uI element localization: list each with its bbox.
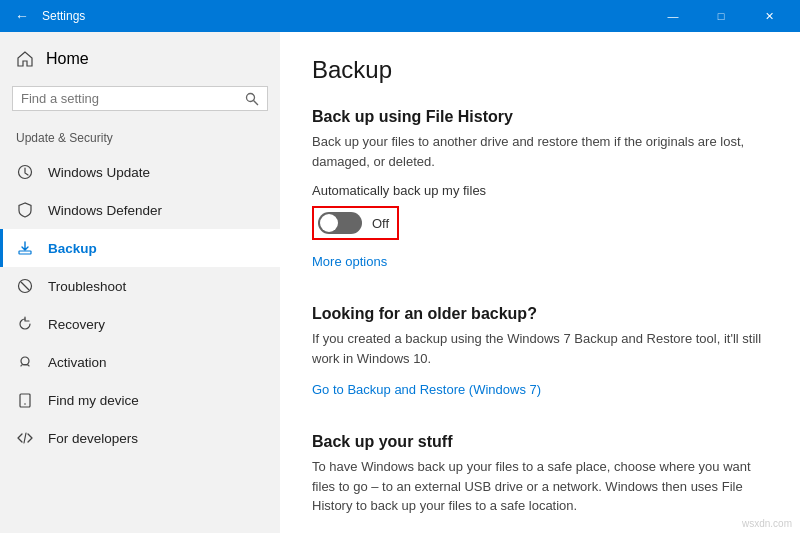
sidebar-item-windows-defender[interactable]: Windows Defender xyxy=(0,191,280,229)
window-controls: — □ ✕ xyxy=(650,0,792,32)
backup-stuff-section: Back up your stuff To have Windows back … xyxy=(312,433,768,533)
svg-line-9 xyxy=(24,433,26,443)
title-bar: ← Settings — □ ✕ xyxy=(0,0,800,32)
close-button[interactable]: ✕ xyxy=(746,0,792,32)
get-more-info-link[interactable]: Get more info about backup xyxy=(312,530,472,534)
finddevice-icon xyxy=(16,391,34,409)
svg-line-1 xyxy=(254,100,259,105)
recovery-icon xyxy=(16,315,34,333)
svg-rect-3 xyxy=(19,251,31,254)
sidebar-item-activation[interactable]: Activation xyxy=(0,343,280,381)
older-backup-desc: If you created a backup using the Window… xyxy=(312,329,768,368)
watermark: wsxdn.com xyxy=(742,518,792,529)
svg-line-5 xyxy=(21,282,29,290)
page-title: Backup xyxy=(312,56,768,84)
auto-backup-toggle-row[interactable]: Off xyxy=(312,206,399,240)
app-container: Home Update & Security Windows Update xyxy=(0,32,800,533)
sidebar-item-label: Troubleshoot xyxy=(48,279,126,294)
backup-stuff-desc: To have Windows back up your files to a … xyxy=(312,457,768,516)
app-title: Settings xyxy=(42,9,650,23)
search-box[interactable] xyxy=(12,86,268,111)
older-backup-section: Looking for an older backup? If you crea… xyxy=(312,305,768,417)
home-icon xyxy=(16,50,34,68)
toggle-state-label: Off xyxy=(372,216,389,231)
search-icon xyxy=(245,92,259,106)
sidebar-item-label: Backup xyxy=(48,241,97,256)
sidebar-section-label: Update & Security xyxy=(0,127,280,153)
older-backup-title: Looking for an older backup? xyxy=(312,305,768,323)
sidebar-item-label: Find my device xyxy=(48,393,139,408)
svg-point-0 xyxy=(247,93,255,101)
svg-point-6 xyxy=(21,357,29,365)
sidebar-item-label: Windows Defender xyxy=(48,203,162,218)
sidebar-item-label: Activation xyxy=(48,355,107,370)
shield-icon xyxy=(16,201,34,219)
update-icon xyxy=(16,163,34,181)
activation-icon xyxy=(16,353,34,371)
more-options-link[interactable]: More options xyxy=(312,254,387,269)
sidebar-item-for-developers[interactable]: For developers xyxy=(0,419,280,457)
sidebar-item-windows-update[interactable]: Windows Update xyxy=(0,153,280,191)
sidebar-item-troubleshoot[interactable]: Troubleshoot xyxy=(0,267,280,305)
sidebar-item-home[interactable]: Home xyxy=(0,40,280,78)
sidebar: Home Update & Security Windows Update xyxy=(0,32,280,533)
sidebar-item-label: For developers xyxy=(48,431,138,446)
auto-backup-toggle[interactable] xyxy=(318,212,362,234)
goto-backup-restore-link[interactable]: Go to Backup and Restore (Windows 7) xyxy=(312,382,541,397)
file-history-section: Back up using File History Back up your … xyxy=(312,108,768,289)
sidebar-item-backup[interactable]: Backup xyxy=(0,229,280,267)
sidebar-item-recovery[interactable]: Recovery xyxy=(0,305,280,343)
svg-rect-7 xyxy=(20,394,30,407)
file-history-desc: Back up your files to another drive and … xyxy=(312,132,768,171)
search-input[interactable] xyxy=(21,91,245,106)
maximize-button[interactable]: □ xyxy=(698,0,744,32)
auto-backup-label: Automatically back up my files xyxy=(312,183,768,198)
sidebar-item-label: Windows Update xyxy=(48,165,150,180)
content-area: Backup Back up using File History Back u… xyxy=(280,32,800,533)
sidebar-home-label: Home xyxy=(46,50,89,68)
minimize-button[interactable]: — xyxy=(650,0,696,32)
backup-icon xyxy=(16,239,34,257)
troubleshoot-icon xyxy=(16,277,34,295)
developers-icon xyxy=(16,429,34,447)
sidebar-item-find-my-device[interactable]: Find my device xyxy=(0,381,280,419)
svg-point-8 xyxy=(24,403,26,405)
back-button[interactable]: ← xyxy=(8,2,36,30)
toggle-knob xyxy=(320,214,338,232)
file-history-title: Back up using File History xyxy=(312,108,768,126)
backup-stuff-title: Back up your stuff xyxy=(312,433,768,451)
sidebar-item-label: Recovery xyxy=(48,317,105,332)
